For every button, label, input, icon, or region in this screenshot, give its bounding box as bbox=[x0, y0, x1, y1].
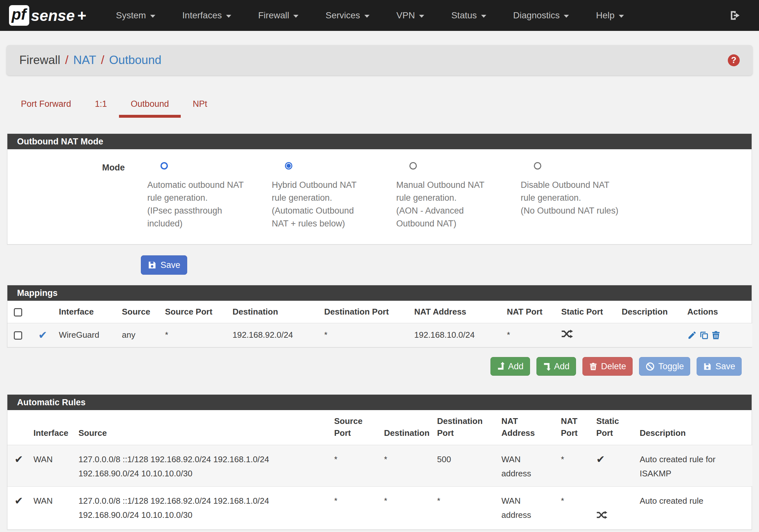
cell-source-port: * bbox=[158, 323, 225, 347]
nav-item-vpn[interactable]: VPN bbox=[383, 0, 438, 31]
cell-nat-port: * bbox=[500, 323, 554, 347]
nav-label: Help bbox=[596, 10, 615, 20]
nav-label: Status bbox=[451, 10, 477, 20]
column-header: Destination Port bbox=[317, 301, 407, 323]
cell-interface: WAN bbox=[31, 445, 76, 487]
cell-source: any bbox=[115, 323, 158, 347]
nat-mode-option-hybrid: Hybrid Outbound NAT rule generation. (Au… bbox=[272, 162, 396, 230]
logo-plus: + bbox=[77, 7, 86, 24]
chevron-down-icon bbox=[364, 15, 370, 18]
column-header: Source bbox=[76, 410, 332, 445]
shuffle-icon bbox=[596, 511, 608, 519]
breadcrumb: Firewall / NAT / Outbound ? bbox=[6, 45, 753, 75]
column-header: NAT Port bbox=[500, 301, 554, 323]
nav-label: Interfaces bbox=[182, 10, 222, 20]
cell-destination: * bbox=[381, 445, 434, 487]
nat-mode-radio-hybrid[interactable] bbox=[285, 162, 292, 170]
button-label: Toggle bbox=[658, 361, 684, 372]
column-header: NAT Address bbox=[499, 410, 558, 445]
add-mapping-top-button[interactable]: Add bbox=[491, 357, 530, 376]
nav-item-services[interactable]: Services bbox=[312, 0, 383, 31]
logo-pf: pf bbox=[9, 5, 29, 26]
button-label: Add bbox=[508, 361, 524, 372]
rule-enabled-check-icon[interactable]: ✔ bbox=[38, 329, 47, 341]
save-mappings-button[interactable]: Save bbox=[697, 357, 741, 376]
column-header: Destination bbox=[381, 410, 434, 445]
nav-item-status[interactable]: Status bbox=[438, 0, 499, 31]
nat-tabs: Port Forward 1:1 Outbound NPt bbox=[9, 94, 759, 118]
tab-port-forward[interactable]: Port Forward bbox=[9, 94, 83, 118]
ban-icon bbox=[646, 362, 655, 371]
column-header: Source Port bbox=[332, 410, 381, 445]
nav-item-diagnostics[interactable]: Diagnostics bbox=[500, 0, 583, 31]
copy-mapping-icon[interactable] bbox=[699, 330, 709, 340]
nav-label: Firewall bbox=[258, 10, 289, 20]
cell-destination-port: 500 bbox=[434, 445, 499, 487]
cell-destination-port: * bbox=[434, 487, 499, 530]
automatic-rules-table: Interface Source Source Port Destination… bbox=[7, 410, 752, 529]
nav-item-help[interactable]: Help bbox=[582, 0, 637, 31]
column-header: Actions bbox=[680, 301, 752, 323]
chevron-down-icon bbox=[481, 15, 486, 18]
cell-source: 127.0.0.0/8 ::1/128 192.168.92.0/24 192.… bbox=[76, 445, 332, 487]
tab-outbound[interactable]: Outbound bbox=[119, 94, 181, 118]
breadcrumb-link-nat[interactable]: NAT bbox=[73, 53, 96, 67]
cell-description: Auto created rule for ISAKMP bbox=[637, 445, 752, 487]
breadcrumb-separator: / bbox=[65, 53, 68, 67]
help-icon[interactable]: ? bbox=[728, 54, 740, 66]
table-row: ✔ WAN 127.0.0.0/8 ::1/128 192.168.92.0/2… bbox=[7, 487, 752, 530]
panel-body: Mode Automatic outbound NAT rule generat… bbox=[7, 149, 752, 244]
breadcrumb-link-outbound[interactable]: Outbound bbox=[109, 53, 161, 67]
nav-item-firewall[interactable]: Firewall bbox=[245, 0, 312, 31]
page-title: Firewall / NAT / Outbound bbox=[19, 53, 161, 67]
column-header: Source bbox=[115, 301, 158, 323]
toggle-selected-button[interactable]: Toggle bbox=[639, 357, 691, 376]
breadcrumb-section: Firewall bbox=[19, 53, 60, 67]
nat-mode-option-disable: Disable Outbound NAT rule generation. (N… bbox=[521, 162, 645, 230]
nat-mode-radio-disable[interactable] bbox=[534, 162, 541, 170]
logo-sense: sense bbox=[31, 7, 75, 24]
nat-mode-radio-automatic[interactable] bbox=[160, 162, 168, 170]
logout-icon[interactable] bbox=[729, 10, 741, 21]
save-label: Save bbox=[160, 260, 180, 270]
chevron-down-icon bbox=[419, 15, 424, 18]
cell-static-port bbox=[554, 323, 615, 347]
nav-item-interfaces[interactable]: Interfaces bbox=[169, 0, 245, 31]
pfsense-logo[interactable]: pfsense+ bbox=[9, 5, 86, 26]
column-header: Static Port bbox=[594, 410, 637, 445]
delete-selected-button[interactable]: Delete bbox=[582, 357, 633, 376]
select-all-checkbox[interactable] bbox=[14, 308, 22, 316]
mappings-toolbar: Add Add Delete Toggle Save bbox=[0, 357, 741, 376]
nat-mode-option-label: Hybrid Outbound NAT rule generation. (Au… bbox=[272, 179, 396, 230]
cell-description: Auto created rule bbox=[637, 487, 752, 530]
floppy-icon bbox=[703, 362, 712, 371]
cell-static-port: ✔ bbox=[594, 445, 637, 487]
save-mode-button[interactable]: Save bbox=[141, 255, 187, 275]
cell-nat-address: WAN address bbox=[499, 445, 558, 487]
button-label: Save bbox=[715, 361, 735, 372]
static-port-check-icon: ✔ bbox=[596, 454, 605, 465]
cell-destination: 192.168.92.0/24 bbox=[225, 323, 317, 347]
cell-destination-port: * bbox=[317, 323, 407, 347]
chevron-down-icon bbox=[226, 15, 231, 18]
cell-description bbox=[615, 323, 680, 347]
nav-label: Services bbox=[326, 10, 360, 20]
chevron-down-icon bbox=[293, 15, 299, 18]
mappings-table: Interface Source Source Port Destination… bbox=[7, 301, 752, 347]
nav-item-system[interactable]: System bbox=[102, 0, 169, 31]
tab-1-1[interactable]: 1:1 bbox=[83, 94, 119, 118]
nat-mode-radio-manual[interactable] bbox=[409, 162, 417, 170]
trash-icon bbox=[589, 362, 598, 371]
mappings-panel: Mappings Interface Source Source Port De… bbox=[7, 285, 752, 348]
row-checkbox[interactable] bbox=[14, 331, 22, 340]
nat-mode-options: Automatic outbound NAT rule generation. … bbox=[147, 162, 645, 230]
edit-mapping-icon[interactable] bbox=[687, 330, 697, 340]
column-header-status bbox=[31, 301, 52, 323]
chevron-down-icon bbox=[150, 15, 155, 18]
tab-npt[interactable]: NPt bbox=[181, 94, 219, 118]
column-header: Source Port bbox=[158, 301, 225, 323]
cell-actions bbox=[687, 330, 750, 340]
add-mapping-bottom-button[interactable]: Add bbox=[537, 357, 576, 376]
cell-nat-address: WAN address bbox=[499, 487, 558, 530]
delete-mapping-icon[interactable] bbox=[711, 330, 721, 340]
